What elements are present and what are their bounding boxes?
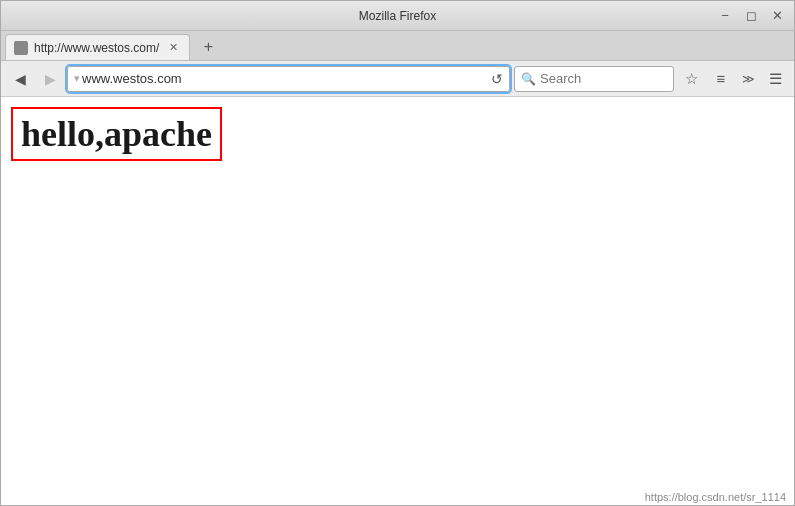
- restore-button[interactable]: ◻: [742, 7, 760, 25]
- nav-bar: ◀ ▶ ▾ ↺ 🔍 ☆ ≡ ≫ ☰: [1, 61, 794, 97]
- status-bar: https://blog.csdn.net/sr_1114: [637, 489, 794, 505]
- tab-close-button[interactable]: ✕: [165, 40, 181, 56]
- tab-favicon: [14, 41, 28, 55]
- new-tab-button[interactable]: +: [194, 34, 222, 60]
- url-input[interactable]: [82, 71, 489, 86]
- status-url: https://blog.csdn.net/sr_1114: [645, 491, 786, 503]
- menu-button[interactable]: ☰: [762, 66, 788, 92]
- window-controls: − ◻ ✕: [716, 7, 786, 25]
- bookmark-button[interactable]: ☆: [678, 66, 704, 92]
- title-bar: Mozilla Firefox − ◻ ✕: [1, 1, 794, 31]
- window-title: Mozilla Firefox: [359, 9, 436, 23]
- refresh-button[interactable]: ↺: [489, 71, 505, 87]
- tab-bar: http://www.westos.com/ ✕ +: [1, 31, 794, 61]
- forward-button[interactable]: ▶: [37, 66, 63, 92]
- page-content: hello,apache https://blog.csdn.net/sr_11…: [1, 97, 794, 505]
- back-icon: ◀: [15, 71, 26, 87]
- back-button[interactable]: ◀: [7, 66, 33, 92]
- search-icon: 🔍: [521, 72, 536, 86]
- search-bar: 🔍: [514, 66, 674, 92]
- page-body: hello,apache: [1, 97, 794, 171]
- url-bar: ▾ ↺: [67, 66, 510, 92]
- browser-window: Mozilla Firefox − ◻ ✕ http://www.westos.…: [0, 0, 795, 506]
- minimize-button[interactable]: −: [716, 7, 734, 25]
- url-dropdown-button[interactable]: ▾: [72, 72, 82, 85]
- forward-icon: ▶: [45, 71, 56, 87]
- search-input[interactable]: [540, 71, 667, 86]
- active-tab[interactable]: http://www.westos.com/ ✕: [5, 34, 190, 60]
- reader-view-button[interactable]: ≡: [708, 66, 734, 92]
- overflow-button[interactable]: ≫: [738, 66, 758, 92]
- tab-label: http://www.westos.com/: [34, 41, 159, 55]
- page-heading: hello,apache: [11, 107, 222, 161]
- close-button[interactable]: ✕: [768, 7, 786, 25]
